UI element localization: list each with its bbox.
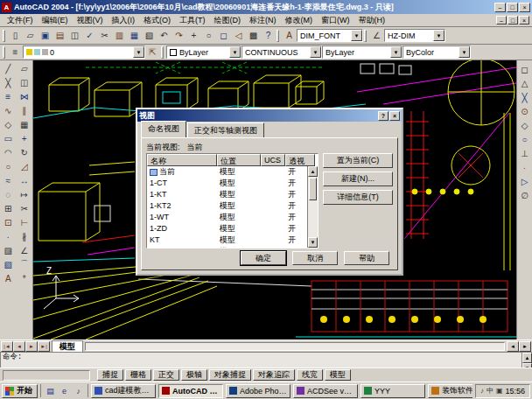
rotate-icon[interactable]: ↻ — [17, 145, 32, 159]
snap-center-icon[interactable]: ⊙ — [517, 104, 532, 118]
point-icon[interactable]: ∙ — [1, 229, 16, 243]
view-list-row[interactable]: TWF 模型 开 — [147, 246, 318, 248]
chevron-down-icon[interactable]: ▼ — [351, 30, 362, 41]
view-table-header[interactable]: 名称 — [147, 154, 217, 166]
tab-named-views[interactable]: 命名视图 — [141, 121, 186, 137]
start-button[interactable]: 开始 — [2, 384, 38, 398]
erase-icon[interactable]: ▱ — [17, 61, 32, 75]
tab-first-button[interactable]: |◄ — [1, 341, 13, 352]
mtext-icon[interactable]: A — [1, 271, 16, 285]
pan-icon[interactable]: + — [186, 29, 201, 43]
circle-icon[interactable]: ○ — [1, 159, 16, 173]
model-tab[interactable]: 模型 — [52, 340, 83, 352]
task-autocad[interactable]: AutoCAD 200... — [158, 384, 223, 398]
help-button[interactable]: 帮助 — [344, 251, 389, 265]
menu-modify[interactable]: 修改(M) — [281, 14, 318, 27]
arc-icon[interactable]: ◠ — [1, 145, 16, 159]
properties-icon[interactable]: ▩ — [246, 29, 261, 43]
command-lines[interactable]: 命令: — [1, 353, 522, 368]
command-scrollbar[interactable]: ▲ ▼ — [522, 353, 532, 368]
cut-icon[interactable]: ✂ — [97, 29, 112, 43]
stretch-icon[interactable]: ↔ — [17, 173, 32, 187]
doc-close-button[interactable]: × — [519, 16, 529, 24]
view-table-header[interactable]: 位置 — [217, 154, 261, 166]
quick-launch-icon[interactable]: e — [58, 384, 71, 397]
tab-next-button[interactable]: ► — [25, 341, 38, 352]
ortho-toggle[interactable]: 正交 — [153, 369, 179, 381]
snap-quadrant-icon[interactable]: ◇ — [517, 118, 532, 132]
undo-icon[interactable]: ↶ — [157, 29, 172, 43]
redo-icon[interactable]: ↷ — [172, 29, 186, 43]
menu-file[interactable]: 文件(F) — [3, 14, 38, 27]
scroll-up-icon[interactable]: ▲ — [522, 353, 532, 363]
mirror-icon[interactable]: ⋈ — [17, 89, 32, 103]
menu-tools[interactable]: 工具(T) — [175, 14, 210, 27]
print-icon[interactable]: ▤ — [52, 29, 67, 43]
dim-style-combo[interactable]: HZ-DIM ▼ — [384, 29, 445, 42]
construction-line-icon[interactable]: ╳ — [1, 75, 16, 89]
restore-button[interactable]: □ — [507, 3, 518, 12]
layers-icon[interactable]: ≡ — [8, 46, 23, 60]
ok-button[interactable]: 确定 — [241, 251, 286, 265]
offset-icon[interactable]: ∥ — [17, 103, 32, 117]
cancel-button[interactable]: 取消 — [292, 251, 338, 265]
view-list-row[interactable]: 1-ZD 模型 开 — [147, 223, 318, 234]
dim-style-icon[interactable]: ∠ — [369, 29, 384, 43]
toolbar-grip[interactable] — [3, 30, 5, 42]
spline-icon[interactable]: ≈ — [1, 173, 16, 187]
make-layer-current-icon[interactable]: ⇱ — [145, 46, 160, 60]
new-view-button[interactable]: 新建(N)... — [323, 172, 393, 186]
lineweight-toggle[interactable]: 线宽 — [297, 369, 323, 381]
snap-intersection-icon[interactable]: ╳ — [517, 90, 532, 104]
scroll-left-icon[interactable]: ◄ — [507, 341, 519, 352]
region-icon[interactable]: ▧ — [1, 257, 16, 271]
otrack-toggle[interactable]: 对象追踪 — [253, 369, 295, 381]
view-list-row[interactable]: 1-WT 模型 开 — [147, 212, 318, 223]
make-block-icon[interactable]: ⊡ — [1, 215, 16, 229]
layer-combo[interactable]: 0 ▼ — [23, 46, 145, 59]
rectangle-icon[interactable]: ▭ — [1, 131, 16, 145]
snap-tangent-icon[interactable]: ○ — [517, 132, 532, 146]
insert-block-icon[interactable]: ⊞ — [1, 201, 16, 215]
set-current-button[interactable]: 置为当前(C) — [323, 153, 393, 168]
paste-icon[interactable]: ▦ — [127, 29, 142, 43]
view-table-header[interactable]: UCS — [261, 154, 285, 166]
view-list-row[interactable]: KT 模型 开 — [147, 234, 318, 246]
view-list-row[interactable]: 1-CT 模型 开 — [147, 178, 318, 189]
menu-insert[interactable]: 插入(I) — [108, 14, 140, 27]
polygon-icon[interactable]: ◇ — [1, 117, 16, 131]
chevron-down-icon[interactable]: ▼ — [310, 46, 321, 58]
view-list-row[interactable]: 1-KT2 模型 开 — [147, 200, 318, 212]
snap-none-icon[interactable]: ∅ — [517, 188, 532, 202]
zoom-previous-icon[interactable]: ◁ — [231, 29, 246, 43]
new-icon[interactable]: ▯ — [8, 29, 23, 43]
minimize-button[interactable]: – — [494, 3, 506, 12]
task-yyy[interactable]: YYY — [360, 384, 425, 398]
copy-object-icon[interactable]: ◫ — [17, 75, 32, 89]
line-icon[interactable]: ╱ — [1, 61, 16, 75]
lengthen-icon[interactable]: ↦ — [17, 187, 32, 201]
chevron-down-icon[interactable]: ▼ — [458, 46, 470, 58]
menu-draw[interactable]: 绘图(D) — [210, 14, 246, 27]
display-icon[interactable]: ▣ — [496, 387, 503, 395]
doc-minimize-button[interactable]: – — [496, 16, 507, 24]
task-decor[interactable]: 装饰软件 — [428, 384, 472, 398]
command-window[interactable]: 命令: ▲ ▼ — [0, 352, 532, 368]
tab-prev-button[interactable]: ◄ — [13, 341, 25, 352]
chevron-down-icon[interactable]: ▼ — [433, 30, 444, 41]
scale-icon[interactable]: ◿ — [17, 159, 32, 173]
open-icon[interactable]: ▱ — [23, 29, 38, 43]
menu-dimension[interactable]: 标注(N) — [245, 14, 281, 27]
toolbar-grip[interactable] — [3, 46, 5, 59]
chamfer-icon[interactable]: ∠ — [17, 243, 32, 257]
linetype-combo[interactable]: CONTINUOUS ▼ — [242, 46, 322, 59]
view-list-row[interactable]: 当前 模型 开 — [147, 166, 318, 178]
toolbar-grip[interactable] — [276, 30, 279, 42]
dialog-title-bar[interactable]: 视图 ? × — [137, 109, 402, 122]
horizontal-scrollbar[interactable] — [85, 342, 505, 351]
task-cad-tutorial[interactable]: cad建模教程... — [91, 384, 156, 398]
dialog-help-button[interactable]: ? — [378, 111, 388, 121]
break-icon[interactable]: ∦ — [17, 229, 32, 243]
menu-format[interactable]: 格式(O) — [139, 14, 175, 27]
menu-window[interactable]: 窗口(W) — [317, 14, 354, 27]
